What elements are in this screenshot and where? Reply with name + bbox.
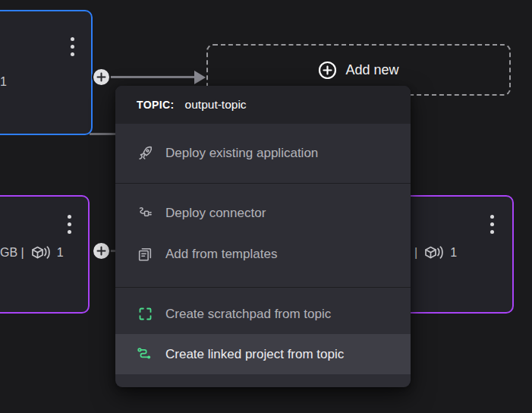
plus-icon [96,72,106,82]
menu-item-label: Create scratchpad from topic [165,307,331,322]
menu-item-label: Deploy existing application [165,146,318,161]
plug-icon [137,205,153,222]
menu-item-label: Create linked project from topic [165,347,344,362]
route-icon [137,346,153,363]
edge-line [106,76,197,78]
menu-item-add-from-templates[interactable]: Add from templates [115,234,411,275]
kebab-menu-icon[interactable] [486,212,499,237]
plus-port-icon[interactable] [92,241,111,260]
pipeline-node-top[interactable]: 1 [0,10,93,135]
menu-group: Deploy connector Add from templates [115,184,411,287]
menu-item-create-scratchpad-from-topic[interactable]: Create scratchpad from topic [115,294,411,334]
topic-context-menu: TOPIC: output-topic Deploy existing appl… [115,86,411,387]
plus-circle-icon [318,61,337,80]
topic-name: output-topic [185,98,247,112]
menu-item-label: Add from templates [165,247,277,262]
kebab-menu-icon[interactable] [63,212,76,237]
cube-waves-icon [423,244,444,261]
node-stats-fragment: 1 [0,75,7,89]
menu-header: TOPIC: output-topic [115,86,411,124]
topic-label: TOPIC: [137,99,175,111]
plus-icon [96,246,106,256]
menu-group: Deploy existing application [115,124,411,183]
menu-item-deploy-existing-application[interactable]: Deploy existing application [115,133,411,174]
scratchpad-icon [137,306,153,323]
templates-icon [137,246,153,263]
node-stats: GB | 1 [0,244,64,261]
pipeline-node-bottom-left[interactable]: GB | 1 [0,195,90,314]
node-stats-fragment: | [414,246,417,260]
menu-group: Create scratchpad from topic Create link… [115,288,411,385]
add-new-label: Add new [345,62,398,78]
node-stats-fragment: GB | [0,246,24,260]
rocket-icon [137,145,153,162]
menu-item-deploy-connector[interactable]: Deploy connector [115,193,411,234]
events-count: 1 [450,246,457,260]
node-stats: | 1 [414,244,457,261]
edge-line [90,133,117,135]
events-count: 1 [57,246,64,260]
kebab-menu-icon[interactable] [66,34,79,59]
menu-item-label: Deploy connector [165,206,266,221]
menu-item-create-linked-project-from-topic[interactable]: Create linked project from topic [115,334,411,374]
arrowhead-icon [194,71,206,84]
cube-waves-icon [30,244,51,261]
plus-port-icon[interactable] [92,68,111,87]
